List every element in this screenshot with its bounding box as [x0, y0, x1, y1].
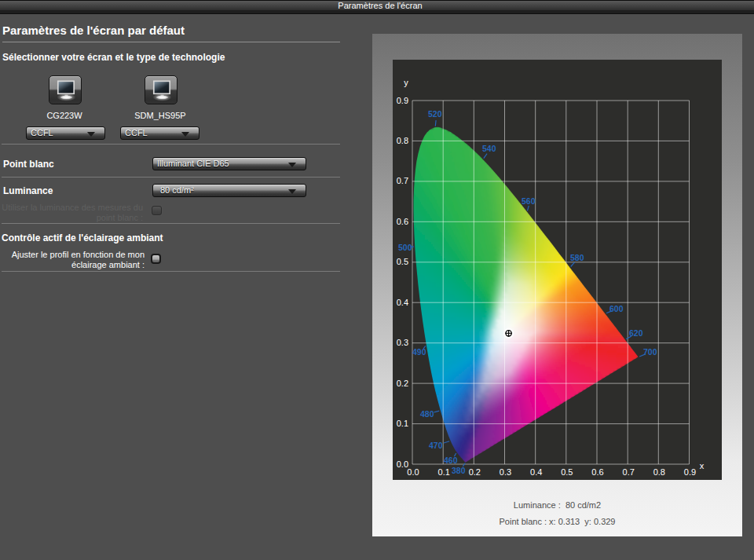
svg-text:y: y: [404, 78, 408, 87]
svg-text:520: 520: [428, 109, 442, 119]
svg-text:0.7: 0.7: [623, 467, 635, 477]
svg-text:700: 700: [643, 347, 657, 357]
svg-text:0.2: 0.2: [397, 379, 408, 388]
svg-text:490: 490: [412, 347, 426, 357]
svg-text:0.8: 0.8: [653, 467, 665, 477]
svg-text:0.3: 0.3: [500, 467, 511, 477]
svg-text:x: x: [700, 461, 705, 470]
svg-text:0.5: 0.5: [397, 257, 408, 266]
svg-text:0.9: 0.9: [397, 96, 408, 105]
svg-text:0.6: 0.6: [397, 217, 408, 226]
svg-text:480: 480: [420, 409, 434, 419]
svg-text:600: 600: [609, 304, 624, 313]
svg-text:380: 380: [452, 466, 466, 475]
svg-text:0.7: 0.7: [397, 176, 408, 185]
svg-text:0.3: 0.3: [397, 338, 408, 347]
svg-text:0.2: 0.2: [469, 467, 481, 477]
svg-text:540: 540: [482, 144, 496, 153]
svg-text:0.6: 0.6: [591, 467, 603, 477]
svg-text:0.5: 0.5: [561, 467, 573, 477]
svg-text:0.1: 0.1: [438, 467, 450, 477]
svg-text:0.8: 0.8: [397, 136, 408, 145]
svg-text:0.0: 0.0: [407, 467, 419, 477]
svg-text:0.1: 0.1: [397, 419, 408, 428]
svg-text:0.9: 0.9: [684, 467, 696, 477]
svg-text:0.4: 0.4: [397, 298, 408, 307]
svg-text:470: 470: [429, 441, 443, 450]
svg-text:500: 500: [398, 243, 412, 252]
svg-text:560: 560: [522, 196, 536, 206]
svg-text:0.4: 0.4: [530, 467, 542, 477]
svg-text:460: 460: [444, 456, 458, 465]
svg-text:580: 580: [570, 253, 584, 262]
